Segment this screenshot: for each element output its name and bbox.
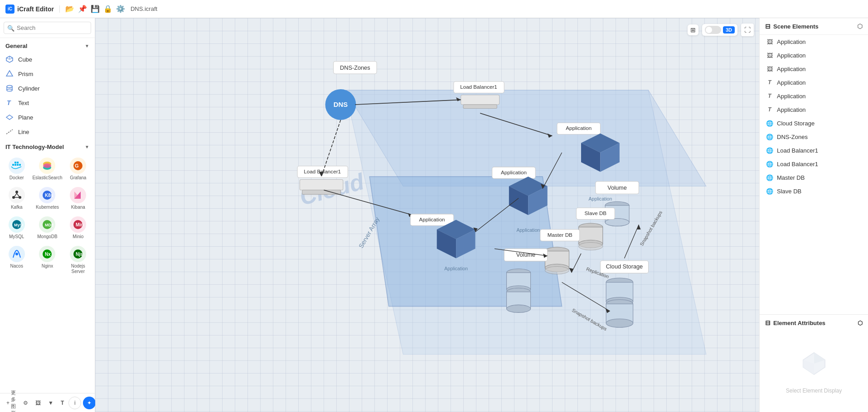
- nodejs-icon: Njs: [70, 246, 86, 262]
- tech-item-kafka[interactable]: Kafka: [4, 184, 29, 213]
- scene-item-dns[interactable]: 🌐 DNS-Zones: [760, 130, 868, 144]
- svg-text:G: G: [75, 163, 79, 168]
- scene-item-lb1[interactable]: 🌐 Load Balancer1: [760, 144, 868, 157]
- element-attributes-panel: ⊟ Element Attributes ⬡ Select Element Di…: [760, 314, 868, 412]
- scene-item-masterdb[interactable]: 🌐 Master DB: [760, 171, 868, 184]
- attr-placeholder: Select Element Display: [760, 331, 868, 412]
- svg-rect-56: [463, 105, 497, 108]
- docker-icon: [9, 158, 25, 174]
- grafana-label: Grafana: [70, 175, 86, 181]
- scene-item-app3[interactable]: 🖼 Application: [760, 62, 868, 76]
- scene-item-app1[interactable]: 🖼 Application: [760, 35, 868, 48]
- placeholder-icon: [800, 349, 829, 383]
- main-layout: 🔍 General ▼ Cube: [0, 18, 868, 412]
- svg-point-8: [7, 89, 12, 91]
- 3d-badge[interactable]: 3D: [723, 26, 735, 34]
- toggle-knob: [706, 27, 712, 33]
- attr-expand-btn[interactable]: ⬡: [858, 320, 863, 326]
- minio-icon: Min: [70, 216, 86, 233]
- attr-title: Element Attributes: [773, 320, 825, 326]
- svg-line-27: [17, 193, 19, 196]
- svg-text:T: T: [7, 99, 11, 106]
- grid-icon[interactable]: ⊞: [690, 26, 696, 34]
- scene-item-label-masterdb: Master DB: [777, 174, 805, 181]
- text-tool-btn[interactable]: T: [58, 398, 67, 408]
- app-title: iCraft Editor: [17, 5, 54, 13]
- svg-text:Load Balancer1: Load Balancer1: [460, 84, 497, 90]
- more-shapes-btn[interactable]: + 更多图形: [4, 388, 19, 412]
- cylinder-icon: [5, 84, 14, 92]
- info-btn[interactable]: i: [68, 397, 81, 409]
- tech-item-kibana[interactable]: Kibana: [65, 184, 91, 213]
- view-toggle-switch[interactable]: [705, 26, 721, 34]
- svg-text:Volume: Volume: [516, 251, 535, 258]
- svg-marker-4: [6, 71, 13, 76]
- tech-item-docker[interactable]: Docker: [4, 155, 29, 183]
- svg-text:Application: Application: [501, 169, 527, 175]
- settings-btn[interactable]: ⚙: [20, 398, 31, 408]
- elasticsearch-icon: [39, 158, 55, 174]
- prism-label: Prism: [18, 71, 33, 77]
- scene-elements-expand-btn[interactable]: ⬡: [857, 23, 863, 30]
- active-tool-btn[interactable]: ✦: [83, 397, 96, 409]
- scene-item-slavedb[interactable]: 🌐 Slave DB: [760, 184, 868, 198]
- tech-label: IT Technology-Model: [5, 144, 64, 150]
- scene-elements-title: Scene Elements: [773, 23, 819, 30]
- open-file-icon[interactable]: 📂: [65, 5, 74, 13]
- shape-item-line[interactable]: Line: [0, 125, 95, 139]
- images-btn[interactable]: 🖼: [33, 398, 44, 408]
- shape-item-plane[interactable]: Plane: [0, 110, 95, 125]
- scene-item-app4[interactable]: T Application: [760, 76, 868, 89]
- shape-item-cube[interactable]: Cube: [0, 52, 95, 67]
- kubernetes-icon: K8s: [39, 187, 55, 203]
- divider: [59, 5, 60, 13]
- save-icon[interactable]: 💾: [91, 5, 100, 13]
- svg-line-2: [6, 58, 10, 59]
- lock-icon[interactable]: 🔒: [103, 5, 112, 13]
- tech-item-nacos[interactable]: Nacos: [4, 243, 29, 277]
- scene-item-label-lb2: Load Balancer1: [777, 161, 818, 168]
- shape-item-cylinder[interactable]: Cylinder: [0, 81, 95, 96]
- canvas-area[interactable]: ⊞ 3D ⛶ Cloud Server Array: [95, 18, 759, 412]
- mysql-icon: MySQL: [9, 216, 25, 233]
- scene-item-label-dns: DNS-Zones: [777, 134, 808, 140]
- info-icon: i: [74, 400, 76, 406]
- pin-icon[interactable]: 📌: [78, 5, 87, 13]
- tech-section-header[interactable]: IT Technology-Model ▼: [0, 139, 95, 153]
- search-icon: 🔍: [7, 24, 15, 31]
- image-icon-3: 🖼: [766, 65, 773, 72]
- diagram-svg: Cloud Server Array DNS-Zones DNS Load Ba…: [95, 18, 759, 412]
- scene-item-app5[interactable]: T Application: [760, 89, 868, 103]
- shape-item-prism[interactable]: Prism: [0, 67, 95, 81]
- settings-icon[interactable]: ⚙️: [116, 5, 125, 13]
- tech-item-grafana[interactable]: G Grafana: [65, 155, 91, 183]
- tech-item-elasticsearch[interactable]: EslasticSearch: [30, 155, 64, 183]
- tech-item-mysql[interactable]: MySQL MySQL: [4, 214, 29, 242]
- element-attributes-header: ⊟ Element Attributes ⬡: [760, 315, 868, 331]
- tech-item-minio[interactable]: Min Minio: [65, 214, 91, 242]
- scene-item-lb2[interactable]: 🌐 Load Balancer1: [760, 157, 868, 171]
- tech-item-mongodb[interactable]: MDB MongoDB: [30, 214, 64, 242]
- scene-item-label-app2: Application: [777, 52, 806, 59]
- right-panel: ⊟ Scene Elements ⬡ 🖼 Application 🖼 Appli…: [759, 18, 868, 412]
- fullscreen-btn[interactable]: ⛶: [741, 24, 754, 36]
- tech-item-kubernetes[interactable]: K8s Kubernetes: [30, 184, 64, 213]
- globe-icon-lb1: 🌐: [766, 147, 773, 154]
- scene-item-app2[interactable]: 🖼 Application: [760, 48, 868, 62]
- nacos-icon: [9, 246, 25, 262]
- scene-elements-header: ⊟ Scene Elements ⬡: [760, 18, 868, 35]
- general-section-header[interactable]: General ▼: [0, 38, 95, 52]
- svg-point-124: [606, 319, 633, 327]
- svg-rect-17: [19, 164, 21, 166]
- tech-item-nginx[interactable]: Nx Nginx: [30, 243, 64, 277]
- svg-text:Njs: Njs: [76, 252, 83, 257]
- shape-item-text[interactable]: T Text: [0, 96, 95, 110]
- tech-item-nodejs[interactable]: Njs Nodejs Server: [65, 243, 91, 277]
- scene-item-cloud[interactable]: 🌐 Cloud Storage: [760, 116, 868, 130]
- elasticsearch-label: EslasticSearch: [32, 175, 62, 181]
- file-actions: 📂 📌 💾 🔒 ⚙️: [65, 5, 125, 13]
- more-dropdown-btn[interactable]: ▼: [45, 398, 56, 408]
- scene-item-label-cloud: Cloud Storage: [777, 120, 815, 127]
- search-input[interactable]: [4, 22, 91, 34]
- scene-item-app6[interactable]: T Application: [760, 103, 868, 116]
